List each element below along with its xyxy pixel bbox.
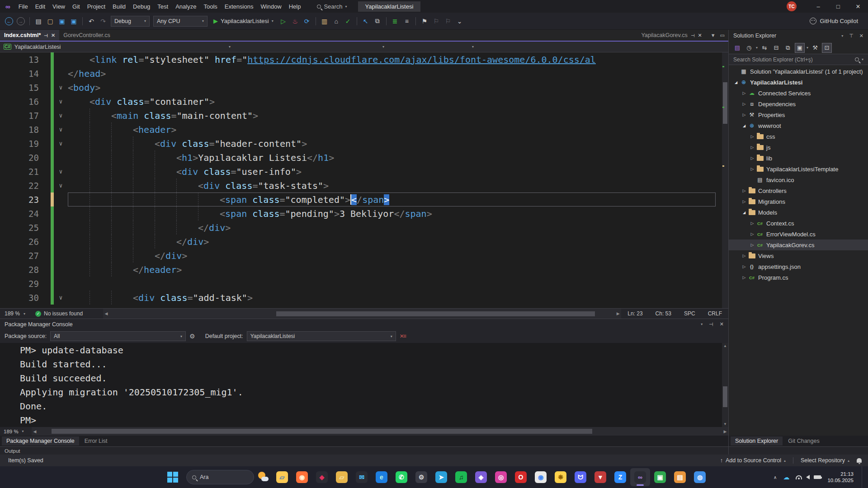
scroll-down-icon[interactable]: ▼	[722, 422, 728, 426]
save-all-icon[interactable]: ▣	[68, 16, 79, 27]
tree-item-models[interactable]: ◢Models	[729, 207, 868, 218]
prev-bookmark-icon[interactable]: ⚐	[431, 16, 442, 27]
panel-tab-package-manager-console[interactable]: Package Manager Console	[2, 436, 79, 446]
menu-item-view[interactable]: View	[49, 0, 69, 13]
close-icon[interactable]: ✕	[698, 33, 702, 38]
tree-item-connected-services[interactable]: ▷☁Connected Services	[729, 88, 868, 99]
menu-item-debug[interactable]: Debug	[129, 0, 154, 13]
notifications-bell-icon[interactable]	[857, 458, 862, 463]
code-line-17[interactable]: 17∨<main class="main-content">	[0, 108, 722, 122]
tray-overflow-icon[interactable]: ∧	[774, 475, 777, 480]
navbar-member-dropdown[interactable]: ▾	[388, 42, 477, 52]
tree-item-lib[interactable]: ▷lib	[729, 153, 868, 164]
hot-reload-icon[interactable]: ♨	[290, 16, 301, 27]
pin-icon[interactable]: ⊤	[849, 33, 854, 39]
collapsed-arrow-icon[interactable]: ▷	[749, 221, 756, 225]
show-desktop-button[interactable]	[862, 466, 863, 488]
github-copilot-button[interactable]: GitHub Copilot	[810, 18, 864, 24]
start-debugging-button[interactable]: ▶YapilacaklarListesi▾	[210, 15, 277, 27]
minimize-button[interactable]: –	[808, 0, 828, 13]
menu-item-git[interactable]: Git	[69, 0, 84, 13]
duplicate-icon[interactable]: ⧉	[372, 16, 383, 27]
navbar-project-dropdown[interactable]: C# YapilacaklarListesi ▾	[0, 42, 234, 52]
gear-icon[interactable]: ⚙	[189, 333, 195, 340]
scroll-right-icon[interactable]: ▶	[615, 311, 621, 316]
panel-tab-git-changes[interactable]: Git Changes	[783, 436, 824, 446]
window-position-icon[interactable]: ▾	[841, 34, 843, 38]
sort-list-icon[interactable]: ≣	[390, 16, 401, 27]
preview-selected-items-icon[interactable]: ⊡	[822, 43, 832, 53]
collapsed-arrow-icon[interactable]: ▷	[741, 199, 748, 204]
spaces-indicator[interactable]: SPC	[678, 310, 702, 317]
taskbar-app-telegram[interactable]: ➤	[431, 468, 451, 486]
format-list-icon[interactable]: ≡	[401, 16, 412, 27]
code-line-13[interactable]: 13<link rel="stylesheet" href="https://c…	[0, 52, 722, 66]
console-horizontal-scrollbar[interactable]: ◀ ▶	[32, 427, 728, 436]
tree-item-context-cs[interactable]: ▷C#Context.cs	[729, 218, 868, 229]
select-repository-button[interactable]: Select Repository ▴	[801, 457, 849, 464]
line-ending-indicator[interactable]: CRLF	[702, 310, 728, 317]
code-line-18[interactable]: 18∨<header>	[0, 122, 722, 136]
taskbar-app-ruby-app[interactable]: ◆	[312, 468, 332, 486]
code-line-24[interactable]: 24<span class="pending">3 Bekliyor</span…	[0, 206, 722, 221]
tab-yapilacakgorev-cs[interactable]: YapilacakGorev.cs⊤✕	[637, 30, 706, 41]
console-zoom-control[interactable]: 189 % ▾	[0, 429, 32, 434]
taskbar-app-settings[interactable]: ⚙	[411, 468, 431, 486]
platform-dropdown[interactable]: Any CPU▾	[153, 16, 208, 27]
collapsed-arrow-icon[interactable]: ▷	[749, 243, 756, 247]
taskbar-app-chrome[interactable]: ◉	[531, 468, 551, 486]
tree-item-migrations[interactable]: ▷Migrations	[729, 196, 868, 207]
code-line-19[interactable]: 19∨<div class="header-content">	[0, 136, 722, 150]
taskbar-app-chromium-blue[interactable]: ◍	[690, 468, 710, 486]
collapsed-arrow-icon[interactable]: ▷	[749, 156, 756, 160]
menu-item-tools[interactable]: Tools	[200, 0, 221, 13]
undo-icon[interactable]: ↶	[86, 16, 97, 27]
maximize-button[interactable]: □	[828, 0, 848, 13]
code-line-22[interactable]: 22∨<div class="task-stats">	[0, 178, 722, 192]
nav-forward-icon[interactable]: →	[15, 16, 26, 27]
code-line-29[interactable]: 29	[0, 277, 722, 291]
scrollbar-thumb[interactable]	[52, 429, 592, 434]
code-line-20[interactable]: 20<h1>Yapılacaklar Listesi</h1>	[0, 150, 722, 164]
code-line-23[interactable]: 23<span class="completed"></span>	[0, 192, 722, 206]
collapsed-arrow-icon[interactable]: ▷	[749, 145, 756, 150]
chevron-down-icon[interactable]: ▾	[807, 46, 808, 50]
tab-gorevcontroller-cs[interactable]: GorevController.cs	[59, 30, 114, 41]
taskbar-app-messenger[interactable]: ❋	[551, 468, 571, 486]
pin-icon[interactable]: ⊤	[690, 33, 695, 38]
expanded-arrow-icon[interactable]: ◢	[741, 211, 748, 215]
menu-item-edit[interactable]: Edit	[32, 0, 49, 13]
close-icon[interactable]: ✕	[720, 321, 724, 327]
scrollbar-thumb[interactable]	[276, 311, 594, 316]
widgets-weather-icon[interactable]	[258, 471, 269, 483]
collapsed-arrow-icon[interactable]: ▷	[741, 275, 748, 280]
scroll-left-icon[interactable]: ◀	[103, 311, 109, 316]
pin-icon[interactable]: ⊤	[708, 322, 714, 327]
start-button[interactable]	[163, 468, 183, 486]
tree-item-appsettings-json[interactable]: ▷{}appsettings.json	[729, 261, 868, 272]
tree-item-yapilacakgorev-cs[interactable]: ▷C#YapilacakGorev.cs	[729, 239, 868, 250]
find-in-files-icon[interactable]: ▥	[319, 16, 330, 27]
menu-item-analyze[interactable]: Analyze	[172, 0, 200, 13]
network-volume-battery-group[interactable]	[796, 475, 821, 479]
navigate-home-icon[interactable]: ⌂	[331, 16, 342, 27]
float-window-icon[interactable]: ▭	[720, 33, 725, 38]
taskbar-app-edge[interactable]: e	[372, 468, 392, 486]
collapsed-arrow-icon[interactable]: ▷	[749, 134, 756, 139]
menu-item-extensions[interactable]: Extensions	[221, 0, 257, 13]
code-line-15[interactable]: 15∨<body>	[0, 80, 722, 94]
tree-item-views[interactable]: ▷Views	[729, 250, 868, 261]
editor-horizontal-scrollbar[interactable]: ◀ ▶	[103, 309, 621, 319]
switch-views-icon[interactable]: ▤	[732, 43, 742, 53]
tree-item-program-cs[interactable]: ▷C#Program.cs	[729, 272, 868, 283]
tree-item-dependencies[interactable]: ▷⧈Dependencies	[729, 99, 868, 109]
console-vertical-scrollbar[interactable]: ▲ ▼	[722, 343, 728, 427]
fold-collapse-icon[interactable]: ∨	[54, 126, 68, 133]
taskbar-app-green-app[interactable]: ▣	[650, 468, 670, 486]
fold-collapse-icon[interactable]: ∨	[54, 112, 68, 119]
add-to-source-control-button[interactable]: ↑ Add to Source Control ▴	[720, 457, 786, 464]
code-line-25[interactable]: 25</div>	[0, 221, 722, 235]
output-panel-header[interactable]: Output	[0, 446, 728, 455]
fold-collapse-icon[interactable]: ∨	[54, 168, 68, 175]
fold-collapse-icon[interactable]: ∨	[54, 84, 68, 91]
